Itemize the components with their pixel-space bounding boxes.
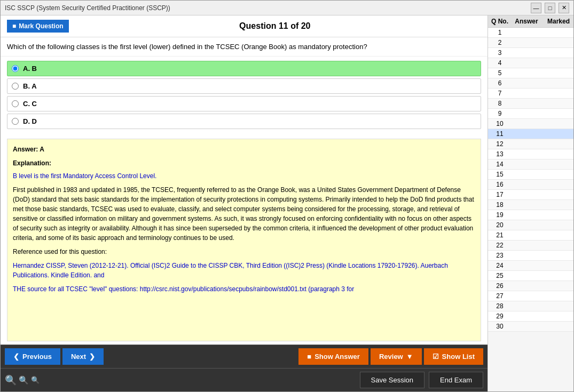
right-panel-row[interactable]: 27 [488, 291, 573, 301]
row-answer [510, 79, 542, 87]
row-answer [510, 262, 542, 269]
right-panel-row[interactable]: 6 [488, 78, 573, 89]
option-a-radio[interactable] [12, 65, 19, 72]
right-panel-row[interactable]: 3 [488, 48, 573, 58]
right-panel-row[interactable]: 21 [488, 230, 573, 241]
reference-2-text: THE source for all TCSEC "level" questio… [13, 285, 354, 293]
options-area: A. B B. A C. C D. D [1, 57, 487, 135]
row-marked [542, 120, 573, 127]
zoom-out-button[interactable]: 🔍 [5, 374, 17, 386]
right-panel-list[interactable]: 1 2 3 4 5 6 7 8 9 10 11 [488, 28, 573, 391]
row-marked [542, 69, 573, 77]
right-panel-row[interactable]: 18 [488, 200, 573, 210]
main-panel: ■ Mark Question Question 11 of 20 Which … [1, 15, 488, 391]
row-marked [542, 39, 573, 46]
option-d-radio[interactable] [12, 118, 19, 125]
show-answer-button[interactable]: ■ Show Answer [298, 348, 368, 365]
review-arrow-icon: ▼ [406, 353, 413, 361]
row-num: 24 [489, 262, 510, 269]
row-answer [510, 292, 542, 300]
right-panel-row[interactable]: 7 [488, 89, 573, 99]
row-num: 6 [489, 79, 510, 87]
close-button[interactable]: ✕ [559, 3, 569, 13]
right-panel-row[interactable]: 16 [488, 180, 573, 190]
right-panel-row[interactable]: 15 [488, 170, 573, 180]
right-panel-row[interactable]: 22 [488, 241, 573, 251]
option-a[interactable]: A. B [7, 61, 481, 76]
show-answer-icon: ■ [307, 353, 311, 361]
row-marked [542, 313, 573, 320]
row-marked [542, 59, 573, 67]
row-marked [542, 150, 573, 158]
right-panel-row[interactable]: 12 [488, 139, 573, 149]
maximize-button[interactable]: □ [545, 3, 555, 13]
right-panel-row[interactable]: 8 [488, 99, 573, 109]
row-num: 16 [489, 181, 510, 188]
right-panel-row[interactable]: 17 [488, 190, 573, 200]
row-num: 23 [489, 252, 510, 259]
next-label: Next [71, 353, 86, 361]
zoom-reset-button[interactable]: 🔍 [19, 374, 29, 386]
option-d[interactable]: D. D [7, 114, 481, 129]
option-c-radio[interactable] [12, 100, 19, 107]
row-answer [510, 49, 542, 57]
explanation-label: Explanation: [13, 158, 475, 168]
row-marked [542, 161, 573, 168]
right-panel-row[interactable]: 13 [488, 149, 573, 159]
right-panel-row[interactable]: 2 [488, 38, 573, 48]
right-panel-row[interactable]: 28 [488, 301, 573, 311]
right-panel-row[interactable]: 29 [488, 311, 573, 322]
row-num: 26 [489, 282, 510, 290]
option-c[interactable]: C. C [7, 96, 481, 111]
show-list-button[interactable]: ☑ Show List [424, 348, 483, 365]
mark-question-button[interactable]: ■ Mark Question [7, 20, 69, 33]
right-panel-row[interactable]: 9 [488, 109, 573, 119]
right-panel-row[interactable]: 11 [488, 129, 573, 139]
right-panel-row[interactable]: 25 [488, 271, 573, 281]
right-panel-row[interactable]: 23 [488, 251, 573, 261]
row-answer [510, 211, 542, 219]
option-b[interactable]: B. A [7, 78, 481, 94]
previous-button[interactable]: ❮ Previous [5, 348, 60, 365]
mark-question-label: Mark Question [19, 22, 63, 30]
right-panel-row[interactable]: 26 [488, 281, 573, 291]
right-panel-row[interactable]: 10 [488, 119, 573, 129]
row-marked [542, 171, 573, 178]
col-answer: Answer [510, 18, 542, 25]
review-button[interactable]: Review ▼ [371, 348, 422, 365]
reference-1: Hernandez CISSP, Steven (2012-12-21). Of… [13, 261, 475, 280]
right-panel-row[interactable]: 14 [488, 159, 573, 170]
right-panel-row[interactable]: 20 [488, 220, 573, 230]
row-marked [542, 221, 573, 229]
minimize-button[interactable]: — [531, 3, 541, 13]
row-num: 27 [489, 292, 510, 300]
next-arrow-icon: ❯ [89, 353, 95, 361]
row-answer [510, 272, 542, 279]
right-panel-row[interactable]: 24 [488, 261, 573, 271]
zoom-in-button[interactable]: 🔍 [31, 374, 40, 386]
row-num: 14 [489, 161, 510, 168]
right-panel-row[interactable]: 4 [488, 58, 573, 68]
row-answer [510, 39, 542, 46]
row-answer [510, 90, 542, 97]
right-panel-row[interactable]: 1 [488, 28, 573, 38]
row-marked [542, 272, 573, 279]
save-session-button[interactable]: Save Session [360, 372, 425, 388]
window-title: ISC SSCP (System Security Certified Prac… [5, 4, 170, 12]
row-marked [542, 29, 573, 36]
right-panel: Q No. Answer Marked 1 2 3 4 5 6 7 8 [488, 15, 573, 391]
bottom-toolbar-1: ❮ Previous Next ❯ ■ Show Answer Review [1, 345, 487, 368]
question-title: Question 11 of 20 [69, 21, 481, 31]
end-exam-button[interactable]: End Exam [429, 372, 483, 388]
next-button[interactable]: Next ❯ [62, 348, 104, 365]
row-answer [510, 150, 542, 158]
right-panel-row[interactable]: 30 [488, 322, 573, 332]
row-answer [510, 323, 542, 330]
row-num: 12 [489, 140, 510, 148]
col-qno: Q No. [489, 18, 510, 25]
right-panel-row[interactable]: 5 [488, 68, 573, 78]
right-panel-row[interactable]: 19 [488, 210, 573, 220]
option-b-radio[interactable] [12, 83, 19, 90]
row-marked [542, 242, 573, 249]
explanation-p2: First published in 1983 and updated in 1… [13, 185, 475, 243]
